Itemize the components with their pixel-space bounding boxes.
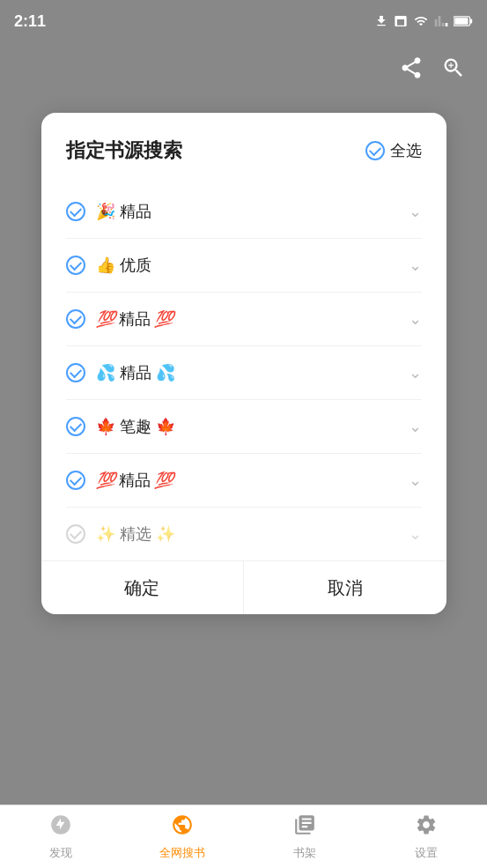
item-label-4: 💦 精品 💦 bbox=[96, 362, 409, 383]
select-all-label: 全选 bbox=[390, 140, 422, 161]
item-check-6 bbox=[66, 471, 85, 490]
search-time-icon[interactable] bbox=[441, 56, 466, 86]
status-bar: 2:11 bbox=[0, 0, 487, 42]
svg-rect-1 bbox=[470, 19, 472, 23]
status-icons bbox=[374, 14, 473, 28]
signal-icon bbox=[434, 14, 448, 28]
settings-icon bbox=[415, 813, 438, 842]
nav-item-search[interactable]: 全网搜书 bbox=[122, 813, 243, 861]
item-check-1 bbox=[66, 202, 85, 221]
list-item[interactable]: 👍 优质 ⌄ bbox=[66, 239, 422, 293]
select-all-button[interactable]: 全选 bbox=[365, 140, 422, 161]
list-item[interactable]: 🍁 笔趣 🍁 ⌄ bbox=[66, 400, 422, 454]
nav-label-discover: 发现 bbox=[49, 845, 72, 861]
top-bar bbox=[0, 42, 487, 99]
status-time: 2:11 bbox=[14, 12, 46, 31]
nav-item-discover[interactable]: 发现 bbox=[0, 813, 122, 861]
shelf-icon bbox=[293, 813, 316, 842]
list-item[interactable]: 💦 精品 💦 ⌄ bbox=[66, 346, 422, 400]
item-check-5 bbox=[66, 417, 85, 436]
battery-icon bbox=[454, 15, 473, 27]
confirm-button[interactable]: 确定 bbox=[41, 561, 245, 614]
share-icon[interactable] bbox=[399, 56, 424, 86]
chevron-icon-2: ⌄ bbox=[409, 256, 422, 275]
chevron-icon-5: ⌄ bbox=[409, 417, 422, 436]
dialog-title: 指定书源搜索 bbox=[66, 137, 182, 164]
item-check-3 bbox=[66, 309, 85, 329]
content-area: 指定书源搜索 全选 🎉 精品 ⌄ 👍 优质 ⌄ bbox=[0, 99, 487, 805]
discover-icon bbox=[49, 813, 72, 842]
nav-item-shelf[interactable]: 书架 bbox=[244, 813, 365, 861]
item-label-5: 🍁 笔趣 🍁 bbox=[96, 416, 409, 437]
source-list: 🎉 精品 ⌄ 👍 优质 ⌄ 💯 精品 💯 ⌄ 💦 精品 💦 ⌄ bbox=[66, 185, 422, 560]
bottom-nav: 发现 全网搜书 书架 设置 bbox=[0, 805, 487, 868]
item-check-2 bbox=[66, 256, 85, 275]
chevron-icon-6: ⌄ bbox=[409, 471, 422, 490]
svg-rect-2 bbox=[454, 18, 468, 25]
search-web-icon bbox=[171, 813, 194, 842]
list-item[interactable]: 💯 精品 💯 ⌄ bbox=[66, 293, 422, 346]
item-check-7 bbox=[66, 524, 85, 544]
nav-label-search: 全网搜书 bbox=[159, 845, 205, 861]
list-item[interactable]: 💯精品💯 ⌄ bbox=[66, 454, 422, 508]
item-label-7: ✨ 精选 ✨ bbox=[96, 523, 409, 545]
chevron-icon-3: ⌄ bbox=[409, 309, 422, 329]
item-label-3: 💯 精品 💯 bbox=[96, 308, 409, 330]
item-check-4 bbox=[66, 363, 85, 382]
nav-label-shelf: 书架 bbox=[293, 845, 316, 861]
wifi-icon bbox=[413, 14, 429, 28]
select-all-check bbox=[365, 141, 385, 160]
dialog-header: 指定书源搜索 全选 bbox=[66, 137, 422, 164]
chevron-icon-1: ⌄ bbox=[409, 202, 422, 221]
dialog-footer: 确定 取消 bbox=[41, 560, 446, 614]
list-item[interactable]: ✨ 精选 ✨ ⌄ bbox=[66, 508, 422, 560]
sim-icon bbox=[394, 14, 408, 28]
nav-label-settings: 设置 bbox=[415, 845, 438, 861]
list-item[interactable]: 🎉 精品 ⌄ bbox=[66, 185, 422, 239]
nav-item-settings[interactable]: 设置 bbox=[365, 813, 487, 861]
cancel-button[interactable]: 取消 bbox=[244, 561, 446, 614]
item-label-2: 👍 优质 bbox=[96, 255, 409, 276]
download-icon bbox=[374, 14, 388, 28]
chevron-icon-7: ⌄ bbox=[409, 524, 422, 544]
item-label-6: 💯精品💯 bbox=[96, 470, 409, 491]
chevron-icon-4: ⌄ bbox=[409, 363, 422, 382]
item-label-1: 🎉 精品 bbox=[96, 201, 409, 222]
dialog: 指定书源搜索 全选 🎉 精品 ⌄ 👍 优质 ⌄ bbox=[41, 113, 446, 614]
